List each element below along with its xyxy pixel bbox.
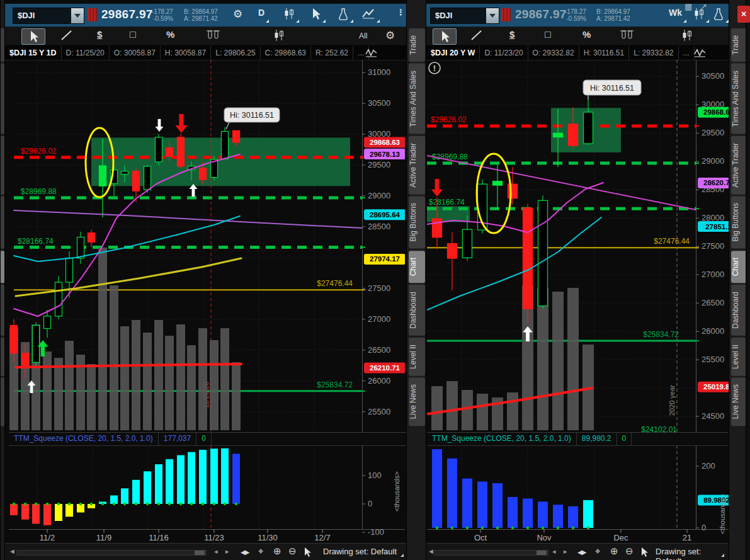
price-level-tool-icon[interactable]: $ xyxy=(509,29,514,43)
alert-flag-icon[interactable] xyxy=(88,8,97,21)
crosshair-icon[interactable]: ⌖ xyxy=(595,546,600,557)
zoom-in-icon[interactable]: ⊕ xyxy=(273,546,281,557)
chart-symbol-period[interactable]: $DJI 20 Y W xyxy=(426,46,480,60)
time-scrollbar[interactable] xyxy=(434,550,548,556)
sidebar-tab-trade[interactable]: Trade xyxy=(0,28,5,62)
daily-chart-svg[interactable]: $29626.02$28969.88$28166.74$27476.44$258… xyxy=(9,60,405,543)
trendline-tool-icon[interactable] xyxy=(470,29,483,43)
candle-pattern-icon[interactable] xyxy=(273,29,285,43)
sidebar-tab-chart[interactable]: Chart xyxy=(731,251,746,283)
squeeze-dot xyxy=(451,527,453,529)
pointer-tool-button[interactable] xyxy=(433,28,457,45)
y-axis-label: 31000 xyxy=(368,67,390,77)
sidebar-tab-times-and-sales[interactable]: Times And Sales xyxy=(0,64,5,134)
symbol-value[interactable]: $DJI xyxy=(431,8,486,23)
percent-tool-icon[interactable]: % xyxy=(582,29,591,43)
step-forward-button[interactable]: ▸ xyxy=(225,547,229,556)
sidebar-tab-active-trader[interactable]: Active Trader xyxy=(731,136,746,195)
sidebar-tab-level-ii[interactable]: Level II xyxy=(409,338,425,376)
chart-type-candle-icon[interactable] xyxy=(283,8,295,23)
sidebar-tab-times-and-sales[interactable]: Times And Sales xyxy=(731,64,746,134)
sidebar-tab-times-and-sales[interactable]: Times And Sales xyxy=(409,64,425,134)
symbol-dropdown-button[interactable] xyxy=(71,8,84,23)
price-chart-area[interactable]: $29626.02$28969.88$28166.74$27476.44$258… xyxy=(427,60,729,543)
candle xyxy=(523,208,533,309)
pan-icon[interactable]: ◀▶ xyxy=(577,549,586,556)
scroll-left-button[interactable]: ◄ xyxy=(9,547,16,555)
crosshair-icon[interactable]: ⌖ xyxy=(258,546,263,557)
price-level-tool-icon[interactable]: $ xyxy=(97,29,102,43)
timeframe-dropdown[interactable]: D xyxy=(258,8,264,23)
step-back-button[interactable]: ◂ xyxy=(214,547,218,556)
symbol-input[interactable]: $DJI xyxy=(13,8,84,24)
header-more[interactable]: ... xyxy=(679,46,695,60)
sidebar-tab-live-news[interactable]: Live News xyxy=(409,377,425,426)
squeeze-label[interactable]: TTM_Squeeze (CLOSE, 20, 1.5, 2.0, 1.0) xyxy=(427,433,577,445)
sidebar-tab-chart[interactable]: Chart xyxy=(0,251,5,283)
zoom-in-icon[interactable]: ⊕ xyxy=(610,546,618,557)
window-popout-icon[interactable]: ↗ xyxy=(700,2,707,11)
sidebar-tab-trade[interactable]: Trade xyxy=(409,28,425,62)
step-back-button[interactable]: ◂ xyxy=(552,547,556,556)
scrollbar-thumb[interactable] xyxy=(195,551,205,555)
sidebar-tab-live-news[interactable]: Live News xyxy=(731,377,746,426)
timeframe-dropdown[interactable]: Wk xyxy=(669,8,682,23)
sidebar-tab-level-ii[interactable]: Level II xyxy=(731,338,746,376)
sidebar-tab-level-ii[interactable]: Level II xyxy=(0,338,5,376)
line-style-icon[interactable] xyxy=(364,47,379,61)
rectangle-tool-icon[interactable]: □ xyxy=(130,29,136,43)
svg-text:27974.17: 27974.17 xyxy=(370,255,400,263)
study-line xyxy=(14,210,362,228)
symbol-input[interactable]: $DJI xyxy=(430,8,499,24)
sidebar-tab-active-trader[interactable]: Active Trader xyxy=(0,136,5,195)
step-forward-button[interactable]: ▸ xyxy=(564,547,567,556)
sidebar-tab-dashboard[interactable]: Dashboard xyxy=(409,285,425,336)
alert-flag-icon[interactable] xyxy=(501,8,511,21)
studies-flask-icon[interactable] xyxy=(713,8,724,23)
window-grid-icon[interactable]: ▦ xyxy=(685,2,692,11)
line-style-icon[interactable] xyxy=(693,47,708,61)
patterns-icon[interactable] xyxy=(361,8,375,23)
percent-tool-icon[interactable]: % xyxy=(166,29,174,43)
sidebar-tab-big-buttons[interactable]: Big Buttons xyxy=(731,196,746,248)
settings-gear-icon[interactable]: ⚙ xyxy=(233,8,242,23)
sidebar-tab-active-trader[interactable]: Active Trader xyxy=(409,136,425,195)
candle xyxy=(133,171,140,191)
symbol-dropdown-button[interactable] xyxy=(486,8,499,23)
candle-pattern-icon[interactable] xyxy=(681,29,693,43)
time-scrollbar[interactable] xyxy=(16,550,207,556)
test-tubes-icon[interactable] xyxy=(620,29,634,43)
drawing-set-selector[interactable]: Drawing set: Default xyxy=(323,547,397,556)
sidebar-tab-big-buttons[interactable]: Big Buttons xyxy=(409,196,425,248)
zoom-out-icon[interactable]: ⊖ xyxy=(288,546,297,557)
tools-gear-icon[interactable]: ⚙ xyxy=(385,29,395,43)
show-all-button[interactable]: All xyxy=(359,31,367,46)
cursor-tool-icon[interactable] xyxy=(311,8,321,23)
zoom-out-icon[interactable]: ⊖ xyxy=(625,546,634,557)
drawing-set-selector[interactable]: Drawing set: Default xyxy=(656,547,729,560)
test-tubes-icon[interactable] xyxy=(207,29,220,43)
window-close-button[interactable]: × xyxy=(737,6,750,23)
header-open: O: 29332.82 xyxy=(528,46,579,60)
scrollbar-thumb[interactable] xyxy=(537,551,547,555)
trendline-tool-icon[interactable] xyxy=(60,29,73,43)
chart-symbol-period[interactable]: $DJI 15 Y 1D xyxy=(5,46,62,60)
sidebar-tab-chart[interactable]: Chart xyxy=(409,251,425,283)
sidebar-tab-trade[interactable]: Trade xyxy=(731,28,746,62)
pan-icon[interactable]: ◀▶ xyxy=(241,549,249,556)
pointer-tool-button[interactable] xyxy=(21,28,45,45)
y-axis-label: 25500 xyxy=(368,407,390,416)
sidebar-tab-big-buttons[interactable]: Big Buttons xyxy=(0,196,5,248)
annotation-arrow-down xyxy=(175,114,188,133)
sidebar-tab-dashboard[interactable]: Dashboard xyxy=(0,285,5,336)
symbol-value[interactable]: $DJI xyxy=(13,8,71,23)
squeeze-label[interactable]: TTM_Squeeze (CLOSE, 20, 1.5, 2.0, 1.0) xyxy=(9,433,159,445)
weekly-chart-svg[interactable]: $29626.02$28969.88$28166.74$27476.44$258… xyxy=(427,60,729,543)
pointer-mode-icon[interactable] xyxy=(640,547,649,559)
rectangle-tool-icon[interactable]: □ xyxy=(545,29,551,43)
sidebar-tab-live-news[interactable]: Live News xyxy=(0,377,5,426)
studies-flask-icon[interactable] xyxy=(338,8,349,23)
sidebar-tab-dashboard[interactable]: Dashboard xyxy=(731,285,746,336)
pointer-mode-icon[interactable] xyxy=(304,547,312,559)
price-chart-area[interactable]: $29626.02$28969.88$28166.74$27476.44$258… xyxy=(9,60,405,543)
